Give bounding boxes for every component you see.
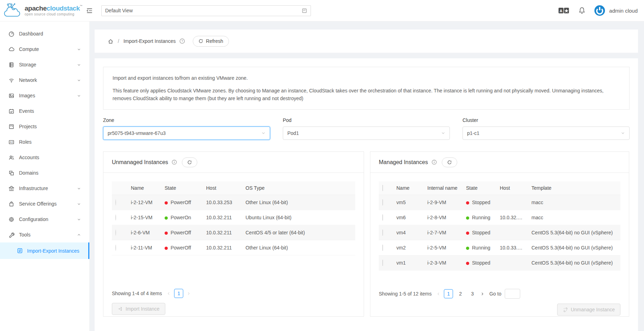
cell-host: 10.0.33.253 (203, 195, 242, 210)
view-selector[interactable] (101, 5, 311, 16)
prev-page-icon[interactable] (167, 292, 171, 296)
sidebar-item-accounts[interactable]: Accounts (0, 150, 89, 165)
cell-template: macc (528, 210, 620, 225)
page-number[interactable]: 3 (468, 289, 477, 298)
sidebar-item-import-export-instances[interactable]: Import-Export Instances (0, 242, 89, 259)
row-radio[interactable] (115, 214, 116, 221)
import-instance-button[interactable]: Import Instance (112, 303, 165, 315)
svg-text:?: ? (181, 39, 183, 43)
prev-page-icon[interactable] (436, 292, 440, 296)
next-page-icon[interactable] (480, 292, 484, 296)
home-icon[interactable] (108, 38, 114, 44)
page-number[interactable]: 1 (174, 289, 183, 298)
import-icon (117, 306, 122, 311)
status-dot-icon (466, 216, 469, 220)
sidebar-item-network[interactable]: Network (0, 72, 89, 88)
next-page-icon[interactable] (187, 292, 191, 296)
question-circle-icon[interactable]: ? (179, 38, 185, 44)
block-icon (8, 170, 14, 176)
sidebar-item-events[interactable]: Events (0, 103, 89, 119)
user-avatar-icon[interactable] (594, 5, 605, 16)
cell-name: vm1 (393, 255, 424, 271)
chevron-down-icon (77, 187, 81, 190)
table-row: vm2 i-2-5-VM Running 10.0.33.253 CentOS … (379, 240, 620, 255)
goto-label: Go to (489, 291, 501, 297)
cell-name: i-2-15-VM (127, 210, 161, 225)
row-checkbox[interactable] (382, 199, 383, 206)
row-checkbox[interactable] (382, 245, 383, 251)
row-checkbox[interactable] (382, 214, 383, 221)
cell-name: i-2-6-VM (127, 225, 161, 240)
managed-instances-card: Managed Instances (370, 151, 629, 317)
zone-select[interactable]: pr5075-t943-vmware-67u3 (103, 126, 270, 140)
cell-state: PowerOff (161, 195, 203, 210)
goto-page-input[interactable] (505, 289, 520, 299)
unmanaged-refresh-button[interactable] (182, 157, 197, 167)
cell-state: Stopped (463, 255, 496, 271)
row-radio[interactable] (115, 229, 116, 236)
unmanage-instance-button[interactable]: Unmanage Instance (557, 304, 620, 316)
sidebar-item-projects[interactable]: Projects (0, 119, 89, 134)
info-circle-icon[interactable] (172, 160, 177, 165)
status-dot-icon (165, 232, 168, 235)
user-menu[interactable]: admin cloud (594, 5, 638, 16)
cell-internal-name: i-2-9-VM (424, 195, 463, 210)
cell-state: Running (463, 210, 496, 225)
sidebar-item-configuration[interactable]: Configuration (0, 212, 89, 227)
status-dot-icon (466, 262, 469, 265)
pagination-summary: Showing 1-5 of 12 items (379, 291, 432, 297)
zone-label: Zone (103, 117, 270, 123)
sidebar-item-roles[interactable]: A Roles (0, 134, 89, 150)
cell-internal-name: i-2-3-VM (424, 255, 463, 271)
managed-refresh-button[interactable] (442, 157, 457, 167)
cell-host: 10.0.32.211 (203, 225, 242, 240)
cell-internal-name: i-2-5-VM (424, 240, 463, 255)
reload-icon (447, 160, 452, 165)
status-dot-icon (165, 216, 168, 220)
sidebar: Dashboard Compute Storage Network (0, 21, 90, 331)
table-row: vm1 i-2-3-VM Stopped CentOS 5.3(64-bit) … (379, 255, 620, 271)
info-circle-icon[interactable] (432, 160, 437, 165)
sidebar-item-domains[interactable]: Domains (0, 165, 89, 181)
team-icon (8, 155, 14, 161)
page-number[interactable]: 2 (456, 289, 465, 298)
cluster-select[interactable]: p1-c1 (463, 126, 630, 140)
cloudstack-logo[interactable]: apachecloudstack™ open source cloud comp… (0, 1, 86, 20)
sidebar-item-tools[interactable]: Tools (0, 227, 89, 242)
main-content: / Import-Export Instances ? Refresh Impo… (90, 21, 644, 331)
cell-internal-name: i-2-7-VM (424, 225, 463, 240)
gear-icon (8, 216, 14, 222)
translate-icon[interactable]: A (558, 7, 569, 14)
row-radio[interactable] (115, 199, 116, 206)
notification-bell-icon[interactable] (579, 7, 585, 14)
sidebar-item-images[interactable]: Images (0, 88, 89, 103)
page-number[interactable]: 1 (444, 289, 453, 298)
breadcrumb-separator: / (118, 38, 119, 44)
row-checkbox[interactable] (382, 229, 383, 236)
sidebar-item-storage[interactable]: Storage (0, 57, 89, 72)
sidebar-item-dashboard[interactable]: Dashboard (0, 26, 89, 41)
sidebar-item-compute[interactable]: Compute (0, 41, 89, 57)
table-row: i-2-6-VM PowerOff 10.0.32.211 CentOS 4/5… (112, 225, 355, 240)
table-row: i-2-11-VM PowerOff 10.0.32.211 Other Lin… (112, 240, 355, 255)
cell-internal-name: i-2-8-VM (424, 210, 463, 225)
cell-host: 10.0.32.211 (496, 210, 528, 225)
row-radio[interactable] (115, 245, 116, 251)
chevron-down-icon (77, 63, 81, 67)
chevron-down-icon (77, 94, 81, 98)
view-selector-input[interactable] (105, 8, 302, 13)
menu-fold-icon[interactable] (86, 7, 93, 14)
refresh-button[interactable]: Refresh (193, 36, 229, 47)
sidebar-item-service-offerings[interactable]: Service Offerings (0, 196, 89, 212)
project-view-icon[interactable] (302, 8, 307, 13)
cell-name: vm2 (393, 240, 424, 255)
pod-select[interactable]: Pod1 (283, 126, 450, 140)
unmanaged-pagination: Showing 1-4 of 4 items 1 (112, 289, 355, 298)
chevron-down-icon (441, 131, 445, 135)
cell-name: i-2-12-VM (127, 195, 161, 210)
row-checkbox[interactable] (382, 260, 383, 266)
select-all-checkbox[interactable] (382, 185, 383, 191)
description-line-2: This feature only applies Cloudstack VMw… (113, 87, 620, 102)
sidebar-item-infrastructure[interactable]: Infrastructure (0, 181, 89, 196)
user-name[interactable]: admin cloud (609, 8, 638, 14)
